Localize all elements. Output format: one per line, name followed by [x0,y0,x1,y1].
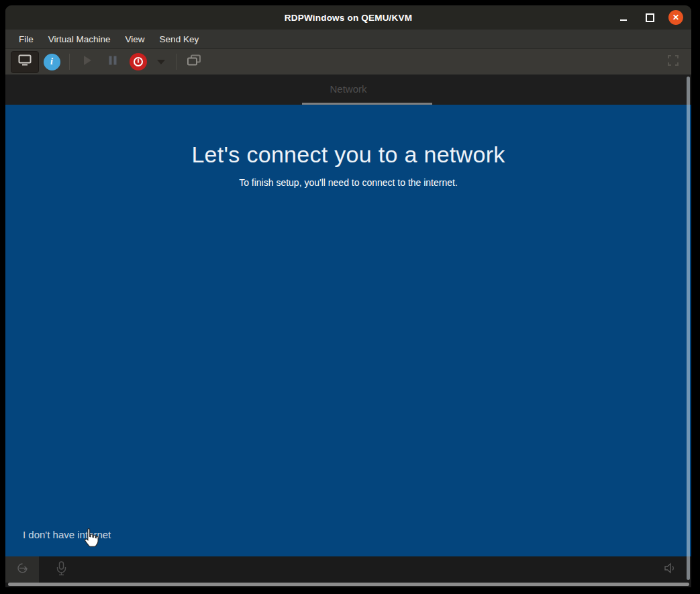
dual-monitor-icon [187,54,201,70]
console-display-button[interactable] [11,51,39,73]
run-button[interactable] [74,52,100,72]
oobe-subheading: To finish setup, you'll need to connect … [5,177,691,188]
ease-of-access-button[interactable] [5,556,39,583]
toolbar-separator [69,54,70,70]
shutdown-menu-button[interactable] [151,52,171,72]
close-button[interactable]: ✕ [668,10,683,25]
chevron-down-icon [157,60,165,64]
virtual-displays-button[interactable] [181,52,207,72]
window-controls: ✕ [616,5,683,30]
hand-cursor-icon [82,528,99,549]
monitor-icon [18,54,32,69]
pause-icon [107,55,118,68]
info-icon: i [44,54,60,70]
horizontal-scrollbar[interactable] [8,583,689,586]
ease-of-access-icon [16,562,29,577]
microphone-icon [56,561,66,579]
power-icon [130,53,147,70]
oobe-step-header: Network [5,75,691,105]
toolbar-separator [176,54,177,70]
toolbar: i [5,49,691,75]
fullscreen-brackets-icon [667,54,679,69]
maximize-icon [646,13,654,22]
titlebar[interactable]: RDPWindows on QEMU/KVM ✕ [5,5,691,30]
vertical-scrollbar[interactable] [687,77,690,580]
oobe-step-tab: Network [5,75,691,104]
minimize-button[interactable] [616,10,631,25]
pause-button[interactable] [100,52,126,72]
menubar: File Virtual Machine View Send Key [5,30,691,49]
maximize-button[interactable] [642,10,657,25]
volume-button[interactable] [659,556,682,583]
oobe-network-screen: Let's connect you to a network To finish… [5,105,691,556]
fullscreen-button[interactable] [660,52,686,72]
menu-virtual-machine[interactable]: Virtual Machine [41,30,118,48]
menu-view[interactable]: View [118,30,152,48]
menu-file[interactable]: File [11,30,41,48]
microphone-button[interactable] [50,556,72,583]
menu-send-key[interactable]: Send Key [152,30,207,48]
window-title: RDPWindows on QEMU/KVM [5,13,691,23]
volume-icon [664,562,677,577]
shutdown-button[interactable] [126,52,151,72]
vm-details-button[interactable]: i [39,52,64,72]
virt-manager-window: RDPWindows on QEMU/KVM ✕ File Virtual Ma… [5,5,691,587]
vm-console-display[interactable]: Network Let's connect you to a network T… [5,75,691,587]
minimize-icon [620,19,627,21]
play-icon [81,54,93,69]
oobe-heading: Let's connect you to a network [5,105,691,168]
